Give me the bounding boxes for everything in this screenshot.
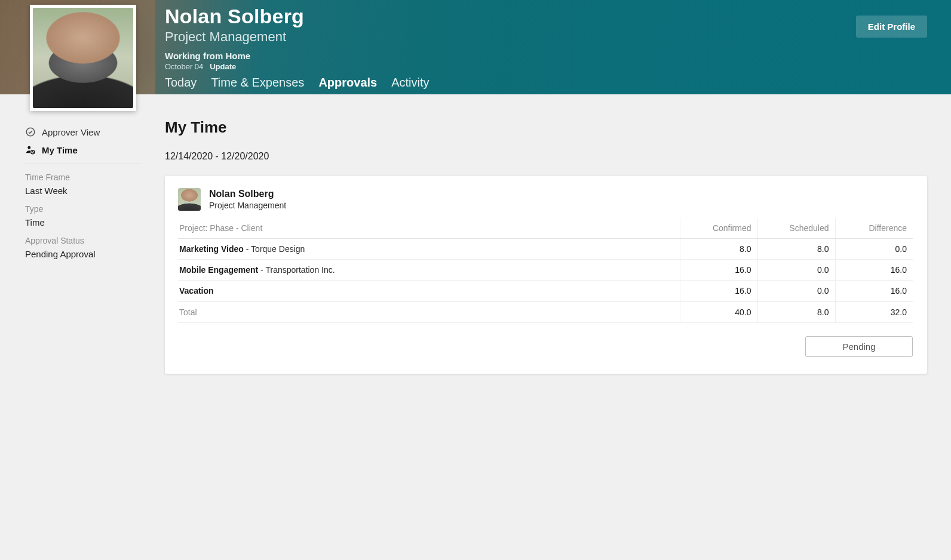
total-scheduled: 8.0 [757,301,835,323]
row-confirmed: 16.0 [680,281,757,301]
svg-point-0 [26,128,35,136]
row-project: Mobile Engagement [179,265,258,275]
pending-wrap: Pending [178,336,913,357]
filter-value-type[interactable]: Time [25,217,140,227]
hero-banner: Nolan Solberg Project Management Working… [0,0,951,94]
row-client-name: Transportation Inc. [265,265,335,275]
card-header: Nolan Solberg Project Management [178,188,913,211]
profile-avatar-frame [30,5,136,111]
row-difference: 16.0 [835,281,913,301]
row-client: - [258,265,265,275]
filter-label-type: Type [25,204,140,214]
page-title: My Time [165,118,927,137]
status-text: Working from Home [165,51,951,61]
status-date: October 04 [165,62,203,71]
tab-today[interactable]: Today [165,76,197,90]
profile-name: Nolan Solberg [165,5,951,28]
filter-value-time-frame[interactable]: Last Week [25,186,140,196]
status-update-link[interactable]: Update [210,62,236,71]
row-project: Vacation [179,286,214,296]
profile-tabs: Today Time & Expenses Approvals Activity [165,76,430,90]
tab-approvals[interactable]: Approvals [318,76,377,90]
table-row[interactable]: Mobile Engagement - Transportation Inc. … [178,260,913,281]
person-clock-icon [25,144,36,155]
card-avatar [178,188,201,211]
card-name: Nolan Solberg [209,189,286,199]
row-difference: 0.0 [835,239,913,260]
total-label: Total [178,301,680,323]
filter-label-time-frame: Time Frame [25,173,140,182]
row-project: Marketing Video [179,244,244,254]
row-difference: 16.0 [835,260,913,281]
content: Approver View My Time Time Frame Last We… [0,94,951,374]
time-card: Nolan Solberg Project Management Project… [165,176,927,374]
date-range: 12/14/2020 - 12/20/2020 [165,151,927,162]
row-confirmed: 16.0 [680,260,757,281]
table-header-row: Project: Phase - Client Confirmed Schedu… [178,218,913,239]
check-circle-icon [25,127,36,137]
row-client: - [244,244,251,254]
profile-avatar [33,8,133,108]
filter-label-approval-status: Approval Status [25,236,140,245]
sidebar-item-label: My Time [42,145,78,155]
time-table: Project: Phase - Client Confirmed Schedu… [178,218,913,323]
filter-value-approval-status[interactable]: Pending Approval [25,249,140,259]
col-scheduled: Scheduled [757,218,835,239]
sidebar-item-approver-view[interactable]: Approver View [25,123,140,141]
row-scheduled: 0.0 [757,260,835,281]
col-confirmed: Confirmed [680,218,757,239]
tab-activity[interactable]: Activity [391,76,429,90]
tab-time-expenses[interactable]: Time & Expenses [211,76,304,90]
sidebar-divider [25,164,140,164]
col-project: Project: Phase - Client [178,218,680,239]
row-scheduled: 8.0 [757,239,835,260]
table-row[interactable]: Vacation 16.0 0.0 16.0 [178,281,913,301]
table-row[interactable]: Marketing Video - Torque Design 8.0 8.0 … [178,239,913,260]
table-total-row: Total 40.0 8.0 32.0 [178,301,913,323]
col-difference: Difference [835,218,913,239]
pending-button[interactable]: Pending [805,336,913,357]
card-role: Project Management [209,201,286,210]
status-block: Working from Home October 04 Update [165,51,951,71]
sidebar-item-label: Approver View [42,127,100,137]
svg-point-1 [27,146,30,149]
main: My Time 12/14/2020 - 12/20/2020 Nolan So… [147,94,951,374]
status-subtext: October 04 Update [165,62,951,71]
total-confirmed: 40.0 [680,301,757,323]
sidebar-item-my-time[interactable]: My Time [25,141,140,159]
row-confirmed: 8.0 [680,239,757,260]
row-client-name: Torque Design [251,244,305,254]
row-scheduled: 0.0 [757,281,835,301]
edit-profile-button[interactable]: Edit Profile [856,16,927,38]
profile-role: Project Management [165,29,951,45]
sidebar: Approver View My Time Time Frame Last We… [0,94,147,374]
total-difference: 32.0 [835,301,913,323]
